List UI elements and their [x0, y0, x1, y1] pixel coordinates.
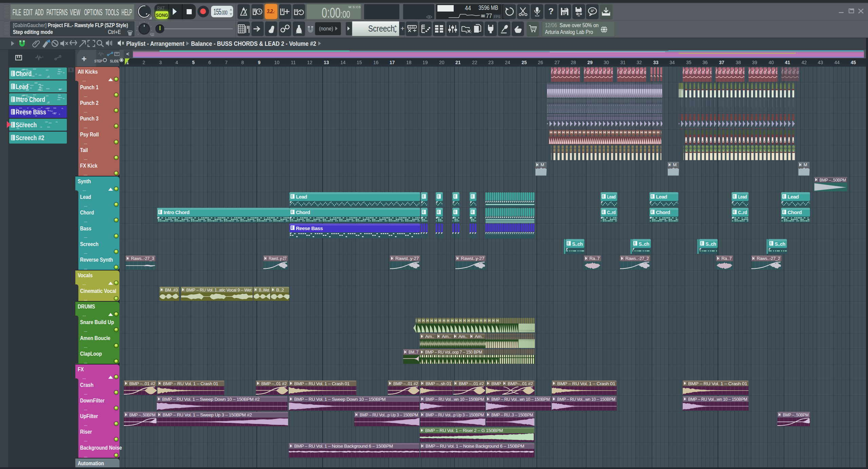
svg-text:C..rd: C..rd — [607, 209, 616, 215]
svg-text:Reese Bass: Reese Bass — [296, 225, 323, 231]
svg-text:S..ch: S..ch — [775, 241, 785, 247]
svg-text:B..2: B..2 — [276, 287, 284, 293]
svg-text:S..ch: S..ch — [572, 241, 583, 247]
svg-text:BMP –..01 #2: BMP –..01 #2 — [261, 381, 287, 386]
svg-text:BMP – RU Vol...p Up 3 – 150BPM: BMP – RU Vol...p Up 3 – 150BPM — [426, 412, 484, 417]
svg-text:BMP – RU Vol...wn 10 – 150BPM: BMP – RU Vol...wn 10 – 150BPM — [491, 397, 550, 402]
svg-text:BMP – RU Vol. 1 – Sweep Down 1: BMP – RU Vol. 1 – Sweep Down 10 – 150BPM — [294, 397, 385, 402]
svg-text:BMP –..50BPM: BMP –..50BPM — [129, 412, 155, 417]
svg-text:BMP – RU Vol...wn 10 – 150BPM: BMP – RU Vol...wn 10 – 150BPM — [557, 397, 615, 402]
svg-text:BMP – RU Vol. 1 – Riser 2 – G: BMP – RU Vol. 1 – Riser 2 – G 150BPM — [425, 428, 503, 433]
svg-text:BMP – RU Vol. 1 – Noise Backgr: BMP – RU Vol. 1 – Noise Background 6 – 1… — [426, 444, 524, 449]
svg-text:BMP – RU Vol. 1 – Noise Backgr: BMP – RU Vol. 1 – Noise Background 6 – 1… — [294, 444, 393, 449]
svg-text:C..rd: C..rd — [738, 209, 747, 215]
svg-text:Rawst..y-27: Rawst..y-27 — [395, 256, 419, 261]
svg-text:BMP – RU Vol. 1 – Crash 01: BMP – RU Vol. 1 – Crash 01 — [163, 381, 218, 386]
svg-text:BMP – RU Vol...wn 10 – 150BPM: BMP – RU Vol...wn 10 – 150BPM — [688, 397, 747, 402]
svg-text:M: M — [673, 162, 677, 167]
svg-text:Am..: Am.. — [458, 334, 468, 339]
svg-text:Intro Chord: Intro Chord — [164, 209, 189, 215]
svg-text:BMP – RU..3 – 150BPM: BMP – RU..3 – 150BPM — [491, 412, 533, 417]
svg-text:Raws..-27_2: Raws..-27_2 — [757, 256, 780, 261]
svg-text:Ra..7: Ra..7 — [721, 256, 732, 261]
svg-text:S..ch: S..ch — [705, 241, 716, 247]
svg-text:BMP –..01 #2: BMP –..01 #2 — [393, 381, 418, 386]
svg-text:Lead: Lead — [607, 194, 616, 200]
svg-text:Ra..7: Ra..7 — [589, 256, 600, 261]
svg-text:Am..: Am.. — [475, 334, 484, 339]
svg-text:Lead: Lead — [788, 194, 799, 200]
svg-text:BMP – RU Vol...p Up 3 – 150BPM: BMP – RU Vol...p Up 3 – 150BPM — [360, 412, 418, 417]
svg-text:BMP – RU Vol..oop 7 – 150 BPM: BMP – RU Vol..oop 7 – 150 BPM — [425, 350, 482, 355]
svg-text:BMP – RU Vol. 1 – Sweep Down 1: BMP – RU Vol. 1 – Sweep Down 10 – 150BPM… — [162, 397, 260, 402]
svg-text:Chord: Chord — [296, 209, 310, 215]
svg-text:Lead: Lead — [296, 194, 307, 200]
svg-text:BMP – RU Vol. 1 – Crash 01: BMP – RU Vol. 1 – Crash 01 — [557, 381, 615, 386]
svg-text:Lead: Lead — [656, 194, 667, 200]
svg-text:Am..: Am.. — [425, 334, 434, 339]
svg-text:BMP – RU Vol. 1 – Crash 01: BMP – RU Vol. 1 – Crash 01 — [294, 381, 350, 386]
svg-text:S..ch: S..ch — [639, 241, 649, 247]
svg-text:Rawst..y-27: Rawst..y-27 — [269, 256, 286, 261]
svg-text:BMP – RU Vol. 1..atic Vocal 9: BMP – RU Vol. 1..atic Vocal 9 – Wet — [186, 287, 252, 293]
svg-text:BMP –..50BPM: BMP –..50BPM — [819, 177, 846, 183]
svg-text:BMP –..sh 01: BMP –..sh 01 — [426, 381, 451, 386]
svg-text:BMP –..01 #2: BMP –..01 #2 — [459, 381, 484, 386]
svg-text:BMP –..50BPM: BMP –..50BPM — [783, 412, 809, 417]
svg-text:BMP–..01 #2: BMP–..01 #2 — [508, 381, 533, 386]
svg-text:M: M — [541, 162, 544, 167]
svg-text:Raws..-27_3: Raws..-27_3 — [131, 256, 154, 261]
svg-text:Chord: Chord — [788, 209, 802, 215]
svg-text:Lead: Lead — [738, 194, 747, 200]
svg-text:BM..#3: BM..#3 — [165, 287, 178, 293]
svg-text:Raws..-27_2: Raws..-27_2 — [625, 256, 649, 261]
svg-text:Rawst..y-27: Rawst..y-27 — [461, 256, 484, 261]
svg-text:Chord: Chord — [656, 209, 670, 215]
svg-text:Am..: Am.. — [442, 334, 451, 339]
svg-text:BMP – RU Vol. 1 – Sweep Up 3 –: BMP – RU Vol. 1 – Sweep Up 3 – 150BPM #2 — [163, 412, 252, 417]
svg-text:M: M — [804, 162, 807, 167]
svg-text:BM..7: BM..7 — [409, 350, 418, 355]
svg-text:BMP – RU Vol. 1 – Crash 01: BMP – RU Vol. 1 – Crash 01 — [688, 381, 747, 386]
svg-text:BMP: BMP — [491, 381, 501, 386]
svg-text:BMP – RU Vol...wn 10 – 150BPM: BMP – RU Vol...wn 10 – 150BPM — [426, 397, 484, 402]
svg-text:B..Wet: B..Wet — [259, 287, 269, 293]
svg-text:BMP –..01 #2: BMP –..01 #2 — [129, 381, 155, 386]
